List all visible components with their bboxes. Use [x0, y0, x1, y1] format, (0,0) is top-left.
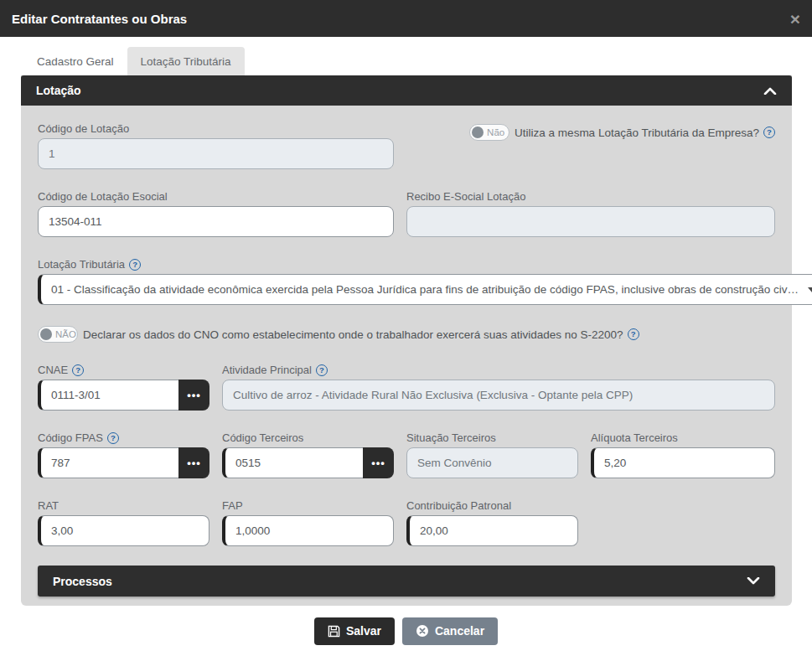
toggle-declarar-cno-label: Declarar os dados do CNO como estabeleci…	[83, 328, 623, 341]
situacao-terceiros-input	[406, 447, 578, 478]
recibo-esocial-input	[406, 206, 775, 237]
lotacao-body: Código de Lotação Não Utiliza a mesma Lo…	[21, 106, 792, 613]
lotacao-tributaria-label-text: Lotação Tributária	[38, 258, 125, 271]
codigo-fpas-input[interactable]	[38, 447, 178, 478]
field-codigo-lotacao: Código de Lotação	[38, 122, 394, 169]
help-icon[interactable]: ?	[628, 328, 639, 340]
toggle-mesma-lotacao-state: Não	[487, 127, 504, 137]
cancel-icon	[416, 624, 429, 638]
codigo-lotacao-esocial-input[interactable]	[38, 206, 394, 237]
fap-label: FAP	[222, 499, 394, 512]
toggle-mesma-lotacao[interactable]: Não	[469, 124, 509, 141]
chevron-down-icon	[808, 287, 812, 292]
situacao-terceiros-label: Situação Terceiros	[406, 431, 578, 444]
modal-header: Editar Contratantes ou Obras ×	[0, 0, 812, 37]
atividade-principal-label: Atividade Principal ?	[222, 364, 775, 376]
codigo-lotacao-input	[38, 138, 394, 169]
field-codigo-terceiros: Código Terceiros •••	[222, 431, 394, 478]
field-codigo-lotacao-esocial: Código de Lotação Esocial	[38, 190, 394, 237]
contribuicao-patronal-input[interactable]	[406, 515, 578, 546]
codigo-terceiros-input[interactable]	[222, 447, 363, 478]
rat-input[interactable]	[38, 515, 209, 546]
codigo-terceiros-label: Código Terceiros	[222, 431, 394, 444]
atividade-principal-label-text: Atividade Principal	[222, 364, 312, 376]
field-lotacao-tributaria: Lotação Tributária ? 01 - Classificação …	[38, 258, 812, 305]
toggle-declarar-cno-row: NÃO Declarar os dados do CNO como estabe…	[38, 326, 639, 343]
chevron-up-icon	[763, 87, 777, 95]
cnae-lookup-button[interactable]: •••	[178, 380, 209, 411]
codigo-terceiros-lookup-group: •••	[222, 447, 394, 478]
codigo-lotacao-esocial-label: Código de Lotação Esocial	[38, 190, 394, 203]
close-icon[interactable]: ×	[790, 10, 800, 28]
codigo-fpas-label: Código FPAS ?	[38, 431, 209, 444]
codigo-fpas-lookup-button[interactable]: •••	[178, 447, 209, 478]
codigo-lotacao-label: Código de Lotação	[38, 122, 394, 135]
toggle-mesma-lotacao-label: Utiliza a mesma Lotação Tributária da Em…	[515, 127, 759, 139]
tab-bar: Cadastro Geral Lotação Tributária	[0, 37, 812, 75]
tab-cadastro-geral[interactable]: Cadastro Geral	[23, 47, 127, 75]
cancel-button-label: Cancelar	[435, 624, 484, 638]
lotacao-panel: Lotação Código de Lotação Não Utiliza a …	[21, 75, 792, 606]
help-icon[interactable]: ?	[763, 127, 775, 138]
field-codigo-fpas: Código FPAS ? •••	[38, 431, 209, 478]
field-cnae: CNAE ? •••	[38, 364, 209, 411]
help-icon[interactable]: ?	[316, 364, 328, 376]
accordion-processos-title: Processos	[53, 575, 112, 588]
tab-lotacao-tributaria[interactable]: Lotação Tributária	[127, 47, 245, 75]
lotacao-tributaria-select[interactable]: 01 - Classificação da atividade econômic…	[38, 274, 812, 305]
save-icon	[328, 625, 340, 638]
accordion-lotacao-header[interactable]: Lotação	[21, 75, 792, 106]
field-contribuicao-patronal: Contribuição Patronal	[406, 499, 578, 546]
field-rat: RAT	[38, 499, 209, 546]
help-icon[interactable]: ?	[72, 364, 84, 376]
rat-label: RAT	[38, 499, 209, 512]
modal-footer: Salvar Cancelar	[0, 606, 812, 656]
field-atividade-principal: Atividade Principal ?	[222, 364, 775, 411]
accordion-lotacao-title: Lotação	[36, 84, 81, 97]
codigo-terceiros-lookup-button[interactable]: •••	[363, 447, 394, 478]
lotacao-tributaria-label: Lotação Tributária ?	[38, 258, 812, 271]
toggle-knob	[40, 328, 52, 340]
accordion-processos-header[interactable]: Processos	[38, 566, 775, 597]
codigo-fpas-lookup-group: •••	[38, 447, 209, 478]
contribuicao-patronal-label: Contribuição Patronal	[406, 499, 578, 512]
save-button-label: Salvar	[346, 624, 381, 638]
lotacao-tributaria-value: 01 - Classificação da atividade econômic…	[38, 274, 812, 305]
fap-input[interactable]	[222, 515, 394, 546]
cnae-lookup-group: •••	[38, 380, 209, 411]
cnae-label: CNAE ?	[38, 364, 209, 376]
codigo-fpas-label-text: Código FPAS	[38, 431, 103, 444]
cnae-input[interactable]	[38, 380, 178, 411]
aliquota-terceiros-input[interactable]	[591, 447, 775, 478]
field-recibo-esocial: Recibo E-Social Lotação	[406, 190, 775, 237]
modal-title: Editar Contratantes ou Obras	[12, 12, 187, 26]
field-fap: FAP	[222, 499, 394, 546]
cancel-button[interactable]: Cancelar	[402, 617, 498, 645]
field-aliquota-terceiros: Alíquota Terceiros	[591, 431, 775, 478]
recibo-esocial-label: Recibo E-Social Lotação	[406, 190, 775, 203]
toggle-knob	[472, 127, 484, 138]
help-icon[interactable]: ?	[107, 432, 119, 444]
save-button[interactable]: Salvar	[314, 617, 395, 645]
atividade-principal-input	[222, 380, 775, 411]
aliquota-terceiros-label: Alíquota Terceiros	[591, 431, 775, 444]
help-icon[interactable]: ?	[129, 259, 141, 271]
cnae-label-text: CNAE	[38, 364, 68, 376]
toggle-mesma-lotacao-row: Não Utiliza a mesma Lotação Tributária d…	[469, 122, 775, 141]
toggle-declarar-cno-state: NÃO	[55, 329, 76, 339]
field-situacao-terceiros: Situação Terceiros	[406, 431, 578, 478]
chevron-down-icon	[747, 577, 760, 585]
toggle-declarar-cno[interactable]: NÃO	[38, 326, 78, 343]
